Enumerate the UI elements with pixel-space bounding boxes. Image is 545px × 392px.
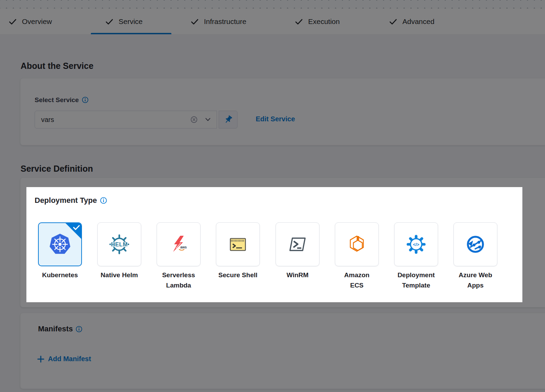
plus-icon xyxy=(37,356,44,363)
edit-service-link[interactable]: Edit Service xyxy=(256,115,295,123)
about-service-card: Select Service vars Edit Service xyxy=(20,78,545,145)
service-definition-heading: Service Definition xyxy=(21,164,93,174)
check-icon xyxy=(295,18,303,25)
pin-icon xyxy=(223,114,234,125)
deployment-type-native-helm[interactable]: HELM xyxy=(97,222,141,266)
info-icon[interactable] xyxy=(100,197,107,206)
tab-label: Service xyxy=(119,17,143,26)
kubernetes-icon xyxy=(49,233,71,256)
deployment-type-label-winrm[interactable]: WinRM xyxy=(268,270,327,280)
deployment-type-secure-shell[interactable] xyxy=(216,222,260,266)
amazon-ecs-icon xyxy=(346,233,368,255)
select-service-label: Select Service xyxy=(35,96,88,105)
check-icon xyxy=(9,18,17,25)
deployment-type-serverless-lambda[interactable]: aws xyxy=(157,222,201,266)
chevron-down-icon[interactable] xyxy=(205,118,210,121)
tab-label: Execution xyxy=(308,17,340,26)
pipeline-canvas-strip xyxy=(0,0,545,9)
deployment-type-label-amazon-ecs[interactable]: Amazon ECS xyxy=(328,270,386,291)
stage-tabbar: Overview Service Infrastructure Executio… xyxy=(0,9,545,35)
manifests-card: Manifests Add Manifest xyxy=(20,313,545,389)
deployment-type-amazon-ecs[interactable] xyxy=(335,222,379,266)
service-select-input[interactable]: vars xyxy=(35,111,217,128)
tab-label: Overview xyxy=(22,17,52,26)
about-service-heading: About the Service xyxy=(21,61,94,71)
info-icon[interactable] xyxy=(82,97,88,105)
deployment-type-heading: Deployment Type xyxy=(35,196,107,206)
helm-icon: HELM xyxy=(108,233,131,256)
tab-overview[interactable]: Overview xyxy=(9,9,52,35)
deployment-type-heading-text: Deployment Type xyxy=(35,196,97,205)
check-icon xyxy=(191,18,199,25)
svg-text:aws: aws xyxy=(180,245,187,249)
add-manifest-button[interactable]: Add Manifest xyxy=(37,355,91,363)
circle-x-icon[interactable] xyxy=(190,116,198,123)
service-select-value: vars xyxy=(41,116,54,124)
tab-label: Advanced xyxy=(402,17,434,26)
deployment-type-label-deployment-template[interactable]: Deployment Template xyxy=(387,270,445,291)
deployment-type-label-serverless-lambda[interactable]: Serverless Lambda xyxy=(149,270,208,291)
check-icon xyxy=(73,225,80,230)
check-icon xyxy=(389,18,397,25)
deployment-template-icon: </> xyxy=(405,233,427,256)
tab-execution[interactable]: Execution xyxy=(295,9,340,35)
deployment-type-spotlight: Deployment Type xyxy=(26,187,522,302)
deployment-type-label-secure-shell[interactable]: Secure Shell xyxy=(209,270,267,280)
deployment-type-label-azure-web-apps[interactable]: Azure Web Apps xyxy=(446,270,505,291)
tab-infrastructure[interactable]: Infrastructure xyxy=(191,9,246,35)
pin-button[interactable] xyxy=(219,111,238,128)
svg-text:</>: </> xyxy=(413,242,420,247)
deployment-type-winrm[interactable] xyxy=(276,222,319,266)
secure-shell-icon xyxy=(227,233,249,255)
deployment-type-label-kubernetes[interactable]: Kubernetes xyxy=(31,270,89,280)
serverless-lambda-icon: aws xyxy=(168,233,190,255)
add-manifest-label: Add Manifest xyxy=(48,355,91,363)
winrm-icon xyxy=(287,233,308,255)
azure-web-apps-icon xyxy=(464,233,486,255)
check-icon xyxy=(105,18,113,25)
tab-service[interactable]: Service xyxy=(105,9,143,35)
manifests-heading: Manifests xyxy=(38,324,82,334)
deployment-type-kubernetes[interactable] xyxy=(38,222,82,266)
svg-text:HELM: HELM xyxy=(111,241,128,247)
manifests-heading-text: Manifests xyxy=(38,324,73,333)
active-tab-underline xyxy=(91,33,171,34)
deployment-type-deployment-template[interactable]: </> xyxy=(394,222,438,266)
tab-label: Infrastructure xyxy=(204,17,246,26)
deployment-type-azure-web-apps[interactable] xyxy=(453,222,497,266)
info-icon[interactable] xyxy=(76,326,82,334)
tab-advanced[interactable]: Advanced xyxy=(389,9,434,35)
deployment-type-label-native-helm[interactable]: Native Helm xyxy=(90,270,148,280)
select-service-label-text: Select Service xyxy=(35,96,79,103)
